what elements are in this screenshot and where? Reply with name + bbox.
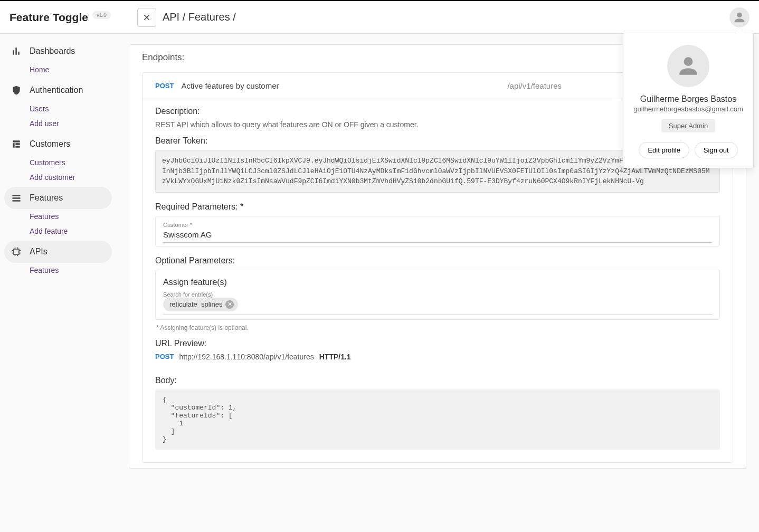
sidebar-item-features[interactable]: Features	[4, 187, 112, 209]
profile-name: Guilherme Borges Bastos	[632, 94, 745, 104]
profile-role-badge: Super Admin	[661, 119, 715, 132]
sidebar-item-authentication[interactable]: Authentication	[4, 79, 112, 101]
required-params-label: Required Parameters: *	[155, 202, 720, 212]
chip-icon	[11, 246, 22, 258]
assign-search-label: Search for entrie(s)	[163, 291, 712, 298]
profile-email: guilhermeborgesbastos@gmail.com	[632, 105, 745, 113]
http-method-badge: POST	[155, 82, 174, 90]
close-icon	[142, 13, 151, 22]
profile-popover: Guilherme Borges Bastos guilhermeborgesb…	[623, 33, 754, 168]
version-badge: v1.0	[92, 11, 111, 19]
sidebar-sub-add-feature[interactable]: Add feature	[4, 224, 112, 239]
assign-hint: * Assigning feature(s) is optional.	[156, 324, 720, 331]
endpoint-title: Active features by customer	[181, 81, 279, 90]
sidebar-sub-home[interactable]: Home	[4, 62, 112, 77]
user-icon	[732, 10, 747, 25]
sidebar-sub-add-user[interactable]: Add user	[4, 116, 112, 131]
customer-field-label: Customer *	[163, 222, 712, 228]
sidebar: Dashboards Home Authentication Users Add…	[0, 34, 116, 479]
bar-chart-icon	[11, 45, 22, 57]
edit-profile-button[interactable]: Edit profile	[639, 142, 689, 158]
shield-icon	[11, 84, 22, 96]
sidebar-item-dashboards[interactable]: Dashboards	[4, 40, 112, 62]
url-preview-label: URL Preview:	[155, 339, 720, 348]
topbar: Feature Toggle v1.0 API / Features / Gui…	[0, 0, 759, 34]
sidebar-sub-customers[interactable]: Customers	[4, 155, 112, 170]
url-method: POST	[155, 353, 174, 360]
sidebar-sub-features[interactable]: Features	[4, 209, 112, 224]
profile-avatar	[667, 45, 709, 87]
assign-features-box: Assign feature(s) Search for entrie(s) r…	[155, 270, 720, 320]
url-preview: POST http://192.168.1.110:8080/api/v1/fe…	[143, 353, 733, 361]
sign-out-button[interactable]: Sign out	[695, 142, 738, 158]
breadcrumb: API / Features /	[163, 11, 236, 23]
app-title: Feature Toggle	[10, 11, 88, 24]
store-icon	[11, 138, 22, 150]
sidebar-sub-add-customer[interactable]: Add customer	[4, 170, 112, 185]
sidebar-sub-api-features[interactable]: Features	[4, 263, 112, 278]
customer-input[interactable]	[163, 228, 712, 243]
customer-param-box: Customer *	[155, 216, 720, 246]
avatar-button[interactable]	[729, 7, 749, 27]
sidebar-item-customers[interactable]: Customers	[4, 133, 112, 155]
feature-chip-input[interactable]: reticulate_splines ✕	[163, 298, 712, 315]
sidebar-item-label: Dashboards	[30, 46, 75, 56]
endpoint-path: /api/v1/features	[507, 81, 562, 90]
optional-params-label: Optional Parameters:	[155, 256, 720, 265]
feature-chip-label: reticulate_splines	[169, 300, 222, 308]
close-tab-button[interactable]	[137, 8, 156, 27]
sidebar-item-label: Features	[30, 193, 63, 203]
svg-point-1	[684, 57, 693, 66]
sidebar-sub-users[interactable]: Users	[4, 101, 112, 116]
feature-chip: reticulate_splines ✕	[163, 298, 238, 311]
url-text: http://192.168.1.110:8080/api/v1/feature…	[179, 353, 314, 361]
remove-chip-icon[interactable]: ✕	[225, 300, 234, 309]
url-protocol: HTTP/1.1	[319, 353, 351, 361]
assign-features-title: Assign feature(s)	[163, 278, 712, 287]
user-icon	[675, 53, 701, 79]
sidebar-item-label: Customers	[30, 139, 70, 149]
sidebar-item-label: APIs	[30, 247, 48, 256]
body-label: Body:	[155, 376, 720, 385]
body-code[interactable]: { "customerId": 1, "featureIds": [ 1 ] }	[155, 390, 720, 450]
list-icon	[11, 192, 22, 204]
sidebar-item-apis[interactable]: APIs	[4, 241, 112, 263]
svg-point-0	[737, 12, 742, 17]
sidebar-item-label: Authentication	[30, 86, 83, 95]
